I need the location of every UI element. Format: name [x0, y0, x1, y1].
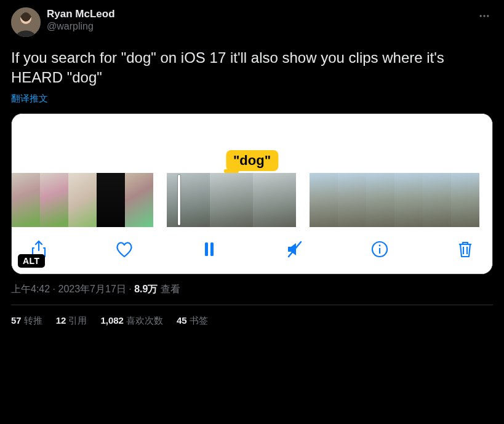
views-count: 8.9万 — [134, 284, 158, 294]
pause-icon[interactable] — [198, 238, 220, 260]
views-label: 查看 — [158, 284, 180, 294]
mute-icon[interactable] — [284, 238, 306, 260]
clip-thumbnail — [394, 173, 423, 227]
clip-thumbnail — [97, 173, 125, 227]
tweet-date[interactable]: 2023年7月17日 — [58, 284, 126, 294]
clip-thumbnail-group — [167, 173, 296, 227]
svg-rect-6 — [210, 242, 214, 256]
svg-point-9 — [379, 244, 381, 246]
tweet: Ryan McLeod @warpling If you search for … — [0, 0, 504, 334]
quotes-stat[interactable]: 12引用 — [56, 315, 87, 327]
svg-point-2 — [480, 15, 482, 17]
player-controls — [12, 228, 492, 274]
media-card[interactable]: "dog" — [11, 113, 493, 274]
tweet-meta: 上午4:42 · 2023年7月17日 · 8.9万 查看 — [11, 283, 493, 296]
trash-icon[interactable] — [454, 238, 476, 260]
media-upper: "dog" — [12, 114, 492, 169]
clip-thumbnail — [125, 173, 153, 227]
svg-point-4 — [487, 15, 489, 17]
svg-rect-5 — [205, 242, 208, 256]
display-name[interactable]: Ryan McLeod — [47, 7, 115, 20]
clip-thumbnail — [68, 173, 97, 227]
tweet-text: If you search for "dog" on iOS 17 it'll … — [11, 48, 493, 88]
tweet-stats: 57转推 12引用 1,082喜欢次数 45书签 — [11, 305, 493, 327]
tweet-header: Ryan McLeod @warpling — [11, 7, 493, 37]
clip-thumbnail — [366, 173, 394, 227]
avatar[interactable] — [11, 7, 41, 37]
clip-thumbnail — [338, 173, 366, 227]
heart-icon[interactable] — [113, 238, 135, 260]
clip-thumbnail — [12, 173, 40, 227]
retweets-stat[interactable]: 57转推 — [11, 315, 42, 327]
caption-marker — [224, 169, 239, 173]
clip-thumbnail-group — [12, 173, 153, 227]
clip-thumbnail — [423, 173, 451, 227]
user-handle[interactable]: @warpling — [47, 20, 115, 33]
clip-thumbnail — [451, 173, 479, 227]
clip-thumbnail-group — [310, 173, 479, 227]
clip-thumbnail — [40, 173, 68, 227]
clip-thumbnail — [253, 173, 296, 227]
clip-thumbnail — [167, 173, 210, 227]
svg-point-3 — [483, 15, 485, 17]
likes-stat[interactable]: 1,082喜欢次数 — [100, 315, 163, 327]
bookmarks-stat[interactable]: 45书签 — [177, 315, 208, 327]
tweet-time[interactable]: 上午4:42 — [11, 284, 50, 294]
alt-badge[interactable]: ALT — [18, 254, 45, 268]
video-timeline[interactable] — [12, 169, 492, 228]
translate-link[interactable]: 翻译推文 — [11, 93, 48, 105]
caption-highlight: "dog" — [226, 150, 278, 171]
playhead[interactable] — [178, 175, 180, 225]
clip-thumbnail — [310, 173, 338, 227]
more-icon[interactable] — [476, 7, 493, 25]
clip-thumbnail — [210, 173, 253, 227]
info-icon[interactable] — [369, 238, 391, 260]
user-block: Ryan McLeod @warpling — [47, 7, 115, 33]
